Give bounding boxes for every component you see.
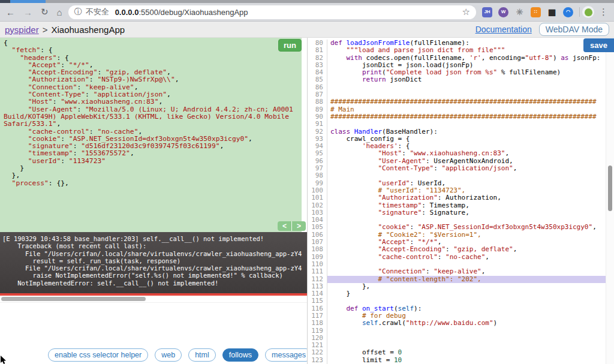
editor-scrollbar-thumb[interactable] <box>608 166 612 211</box>
horizontal-scrollbar[interactable] <box>0 296 307 303</box>
code-line: 90######################################… <box>308 113 606 121</box>
home-icon[interactable]: ⌂ <box>57 7 62 17</box>
main-content: { "fetch": { "headers": { "Accept": "*/*… <box>0 38 614 364</box>
code-line: 120 <box>308 335 606 342</box>
breadcrumb-separator: > <box>43 25 48 35</box>
breadcrumb-pyspider-link[interactable]: pyspider <box>5 25 39 35</box>
follows-button[interactable]: follows <box>222 348 258 362</box>
code-line: 109 "cache-control": "no-cache", <box>308 254 606 261</box>
horizontal-scrollbar-thumb[interactable] <box>1 297 146 301</box>
tab-strip <box>0 0 614 3</box>
code-editor[interactable]: 80def loadJsonFromFile(fullFilename):81 … <box>308 38 614 364</box>
line-number: 118 <box>308 320 327 327</box>
line-number: 91 <box>308 121 327 128</box>
reload-icon[interactable]: ↻ <box>41 7 49 17</box>
app-header: pyspider > XiaohuashengApp Documentation… <box>0 22 614 38</box>
code-text[interactable]: ########################################… <box>327 113 606 121</box>
code-text[interactable] <box>327 327 606 335</box>
html-button[interactable]: html <box>188 348 216 362</box>
task-history-nav: < > <box>278 221 306 231</box>
line-number: 98 <box>308 172 327 179</box>
run-button[interactable]: run <box>278 39 302 52</box>
line-number: 81 <box>308 47 327 54</box>
profile-avatar[interactable] <box>582 6 594 18</box>
line-number: 112 <box>308 276 327 283</box>
code-text[interactable]: self.crawl("http://www.baidu.com") <box>327 320 606 327</box>
code-line: 113 }, <box>308 283 606 290</box>
code-line: 97 "Content-Type": "application/json", <box>308 165 606 172</box>
url-host: 0.0.0.0 <box>115 8 139 17</box>
result-area: enable css selector helperwebhtmlfollows… <box>0 303 307 364</box>
tab-strip-dark-segment <box>0 0 10 3</box>
code-text[interactable]: ########################################… <box>327 98 606 106</box>
mouse-cursor <box>0 356 7 364</box>
active-tab-edge <box>10 0 46 3</box>
blue-globe-extension-icon[interactable]: ◠ <box>563 7 573 17</box>
task-json-editor[interactable]: { "fetch": { "headers": { "Accept": "*/*… <box>0 38 307 232</box>
code-line: 103 "signature": Signature, <box>308 209 606 216</box>
code-text[interactable]: }, <box>327 283 606 290</box>
line-number: 92 <box>308 128 327 136</box>
history-next-button[interactable]: > <box>292 221 306 231</box>
nav-icons: ← → ↻ ⌂ <box>6 7 62 17</box>
url-bar[interactable]: ⓘ 不安全 0.0.0.0 :5500/debug/XiaohuashengAp… <box>68 5 476 19</box>
code-line: 119 <box>308 327 606 335</box>
task-json-text[interactable]: { "fetch": { "headers": { "Accept": "*/*… <box>0 38 298 232</box>
code-line: 86 <box>308 84 606 91</box>
code-line: 114 } <box>308 290 606 297</box>
save-button[interactable]: save <box>583 38 614 52</box>
forward-icon[interactable]: → <box>23 7 32 17</box>
line-number: 105 <box>308 224 327 231</box>
line-number: 123 <box>308 357 327 364</box>
documentation-link[interactable]: Documentation <box>475 25 532 34</box>
line-number: 108 <box>308 246 327 253</box>
enable-css-selector-helper-button[interactable]: enable css selector helper <box>48 348 148 362</box>
orange-grid-extension-icon[interactable]: ∷ <box>531 7 541 17</box>
history-prev-button[interactable]: < <box>278 221 291 231</box>
code-text[interactable]: } <box>327 290 606 297</box>
jh-extension-icon[interactable]: JH <box>482 7 492 17</box>
debug-toolbar: enable css selector helperwebhtmlfollows… <box>48 348 312 362</box>
url-path: :5500/debug/XiaohuashengApp <box>139 8 248 17</box>
bookmark-star-icon[interactable]: ☆ <box>462 7 470 17</box>
messages-button[interactable]: messages <box>265 348 312 362</box>
browser-window: ← → ↻ ⌂ ⓘ 不安全 0.0.0.0 :5500/debug/Xiaohu… <box>0 0 614 364</box>
code-line: 123 limit = 10 <box>308 357 606 364</box>
code-text[interactable]: "Content-Type": "application/json", <box>327 165 606 172</box>
line-number: 122 <box>308 349 327 356</box>
code-line: 118 self.crawl("http://www.baidu.com") <box>308 320 606 327</box>
editor-scrollbar-track[interactable] <box>606 38 614 364</box>
line-number: 102 <box>308 202 327 209</box>
code-editor-panel: save 80def loadJsonFromFile(fullFilename… <box>307 38 614 364</box>
snowflake-extension-icon[interactable]: ✳ <box>514 7 525 17</box>
info-icon[interactable]: ⓘ <box>74 7 82 17</box>
console-panel: [E 190329 10:43:58 base_handler:203] sel… <box>0 232 307 293</box>
breadcrumb-project-name: XiaohuashengApp <box>51 25 125 35</box>
left-panel: { "fetch": { "headers": { "Accept": "*/*… <box>0 38 307 364</box>
line-number: 101 <box>308 194 327 201</box>
code-text[interactable] <box>327 84 606 91</box>
avatar-figure <box>585 8 592 16</box>
code-text[interactable] <box>327 335 606 342</box>
webdav-mode-button[interactable]: WebDAV Mode <box>539 23 609 36</box>
line-number: 95 <box>308 150 327 157</box>
code-text[interactable]: "signature": Signature, <box>327 209 606 216</box>
console-log: [E 190329 10:43:58 base_handler:203] sel… <box>0 232 307 290</box>
task-editor-scroll-track[interactable] <box>302 38 307 232</box>
web-button[interactable]: web <box>155 348 182 362</box>
code-text[interactable]: limit = 10 <box>327 357 606 364</box>
line-number: 115 <box>308 297 327 305</box>
menu-icon[interactable]: ⋮ <box>599 7 608 17</box>
line-number: 111 <box>308 268 327 275</box>
code-line: 85 return jsonDict <box>308 76 606 83</box>
line-number: 85 <box>308 76 327 83</box>
extension-icons: JHW✳∷▦◠ <box>482 7 573 17</box>
browser-toolbar: ← → ↻ ⌂ ⓘ 不安全 0.0.0.0 :5500/debug/Xiaohu… <box>0 3 614 22</box>
back-icon[interactable]: ← <box>6 7 15 17</box>
code-text[interactable]: return jsonDict <box>327 76 606 83</box>
code-text[interactable]: "cache-control": "no-cache", <box>327 254 606 261</box>
line-number: 88 <box>308 98 327 106</box>
w-extension-icon[interactable]: W <box>498 7 508 17</box>
qr-code-extension-icon[interactable]: ▦ <box>547 7 557 17</box>
toolbar-divider <box>579 7 580 17</box>
